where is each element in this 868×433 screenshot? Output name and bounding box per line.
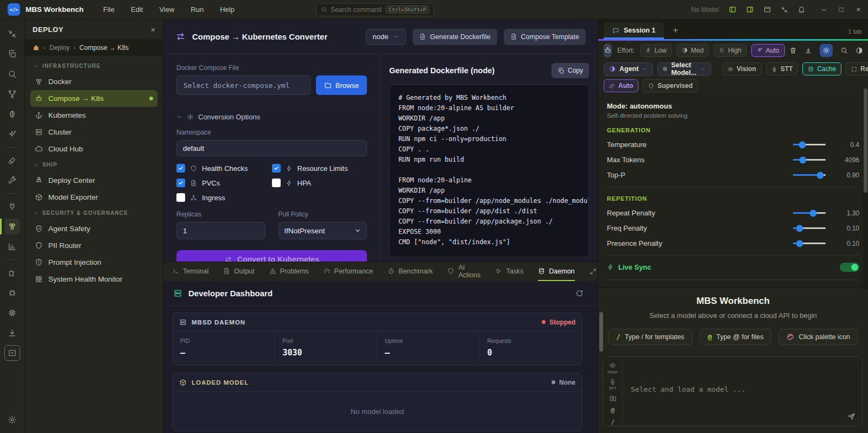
copy-button[interactable]: Copy	[552, 63, 589, 78]
git-branch-icon[interactable]	[0, 84, 25, 104]
contrast-icon[interactable]	[856, 47, 863, 54]
notifications-bell-icon[interactable]	[797, 5, 806, 14]
vision-toggle[interactable]: Vision	[722, 62, 762, 75]
new-session-button[interactable]: +	[673, 25, 678, 36]
freq-penalty-slider[interactable]	[793, 227, 826, 229]
debug-bug-icon[interactable]	[0, 283, 25, 303]
slash-icon[interactable]: /	[611, 418, 614, 426]
toggle-right-panel-icon[interactable]	[746, 5, 754, 14]
files-icon[interactable]	[0, 44, 25, 64]
tab-tasks[interactable]: Tasks	[495, 262, 523, 281]
tab-benchmark[interactable]: Benchmark	[388, 262, 433, 281]
window-maximize-button[interactable]: □	[839, 5, 844, 14]
bottom-panel-icon[interactable]	[0, 343, 25, 363]
download-icon[interactable]	[804, 47, 812, 54]
hardware-chip-icon[interactable]	[0, 303, 25, 323]
eye-icon[interactable]	[609, 362, 616, 369]
tab-daemon[interactable]: Daemon	[538, 262, 574, 281]
agent-robot-icon[interactable]	[604, 43, 612, 58]
cache-toggle[interactable]: Cache	[802, 62, 841, 75]
toggle-left-panel-icon[interactable]	[728, 5, 737, 14]
checkbox-resource-limits[interactable]: Resource Limits	[272, 164, 368, 173]
home-icon[interactable]	[33, 44, 40, 51]
folder-search-icon[interactable]	[609, 394, 617, 402]
conversion-options-toggle[interactable]: Conversion Options	[176, 113, 367, 121]
sidebar-item-cluster[interactable]: Cluster	[30, 124, 157, 141]
settings-gear-icon[interactable]	[0, 410, 25, 430]
sidebar-item-compose-k8s[interactable]: Compose → K8s	[30, 90, 157, 107]
tools-wrench-icon[interactable]	[0, 170, 25, 190]
top-p-slider[interactable]	[793, 174, 826, 176]
close-panel-icon[interactable]: ×	[151, 26, 155, 34]
search-icon[interactable]	[840, 47, 848, 54]
mic-icon[interactable]	[609, 378, 616, 385]
chat-input-box[interactable]: Vision STT @ / Select and load a model .…	[603, 356, 863, 426]
section-security-governance[interactable]: SECURITY & GOVERNANCE	[30, 206, 157, 220]
menu-help[interactable]: Help	[214, 3, 240, 16]
section-ship[interactable]: SHIP	[30, 157, 157, 172]
command-search[interactable]: Search commands... Ctrl+Shift+P	[316, 3, 434, 16]
at-icon[interactable]: @	[611, 406, 614, 414]
pull-policy-select[interactable]: IfNotPresent	[278, 222, 368, 239]
search-icon[interactable]	[0, 64, 25, 84]
sidebar-item-prompt-injection[interactable]: Prompt Injection	[30, 254, 157, 271]
tab-output[interactable]: Output	[223, 262, 255, 281]
menu-view[interactable]: View	[154, 3, 180, 16]
live-sync-toggle[interactable]	[840, 263, 859, 272]
max-tokens-slider[interactable]	[793, 159, 826, 161]
scrollbar-thumb[interactable]	[864, 88, 867, 193]
settings-gear-icon[interactable]	[820, 44, 833, 57]
browse-button[interactable]: Browse	[316, 75, 367, 95]
collapse-icon[interactable]	[781, 6, 788, 14]
effort-low-button[interactable]: Low	[640, 44, 672, 57]
brain-icon[interactable]	[0, 104, 25, 124]
effort-med-button[interactable]: Med	[676, 44, 709, 57]
hint-palette[interactable]: Click palette icon	[778, 329, 858, 345]
hint-files[interactable]: @ Type @ for files	[700, 329, 772, 345]
checkbox-health-checks[interactable]: Health Checks	[176, 164, 272, 173]
theme-brush-icon[interactable]	[0, 150, 25, 170]
window-minimize-button[interactable]: –	[822, 5, 826, 14]
tab-problems[interactable]: Problems	[269, 262, 309, 281]
compose-file-input[interactable]	[176, 75, 311, 95]
stt-toggle[interactable]: STT	[766, 62, 799, 75]
sidebar-item-cloud-hub[interactable]: Cloud Hub	[30, 141, 157, 157]
checkbox-pvcs[interactable]: PVCs	[176, 179, 272, 187]
auto-mode-button[interactable]: Auto	[604, 79, 638, 92]
extensions-puzzle-icon[interactable]	[0, 263, 25, 283]
review-toggle[interactable]: Review	[846, 62, 868, 75]
sidebar-item-docker[interactable]: Docker	[30, 73, 157, 90]
tab-terminal[interactable]: Terminal	[172, 262, 208, 281]
dockerfile-code-block[interactable]: # Generated by MBS Workbench FROM node:2…	[389, 85, 589, 257]
menu-edit[interactable]: Edit	[125, 3, 148, 16]
effort-auto-button[interactable]: Auto	[751, 44, 785, 57]
compose-template-button[interactable]: Compose Template	[504, 29, 586, 45]
repeat-penalty-slider[interactable]	[793, 212, 826, 214]
sidebar-item-deploy-center[interactable]: Deploy Center	[30, 172, 157, 189]
breadcrumb-deploy[interactable]: Deploy	[49, 44, 69, 52]
presence-penalty-slider[interactable]	[793, 243, 826, 244]
section-infrastructure[interactable]: INFRASTRUCTURE	[30, 59, 157, 73]
refresh-icon[interactable]	[575, 289, 584, 297]
generate-dockerfile-button[interactable]: Generate Dockerfile	[413, 29, 497, 45]
model-select[interactable]: Select Model...	[657, 62, 711, 76]
ai-sparkles-icon[interactable]	[0, 124, 25, 144]
effort-high-button[interactable]: High	[713, 44, 747, 57]
menu-run[interactable]: Run	[185, 3, 209, 16]
sidebar-item-model-exporter[interactable]: Model Exporter	[30, 189, 157, 206]
checkbox-hpa[interactable]: HPA	[272, 179, 368, 187]
sidebar-item-agent-safety[interactable]: Agent Safety	[30, 220, 157, 237]
namespace-input[interactable]	[176, 140, 367, 156]
deploy-packages-icon[interactable]	[0, 217, 25, 237]
supervised-mode-button[interactable]: Supervised	[643, 79, 698, 92]
scrollbar-thumb[interactable]	[599, 312, 603, 352]
tab-performance[interactable]: Performance	[324, 262, 373, 281]
send-icon[interactable]	[847, 412, 856, 421]
tab-ai-actions[interactable]: AI Actions	[447, 262, 480, 281]
plugins-plug-icon[interactable]	[0, 196, 25, 217]
expand-panel-icon[interactable]	[590, 268, 597, 275]
window-close-button[interactable]: ×	[856, 5, 860, 14]
downloads-icon[interactable]	[0, 323, 25, 343]
trash-icon[interactable]	[789, 47, 797, 54]
replicas-input[interactable]	[176, 222, 265, 239]
